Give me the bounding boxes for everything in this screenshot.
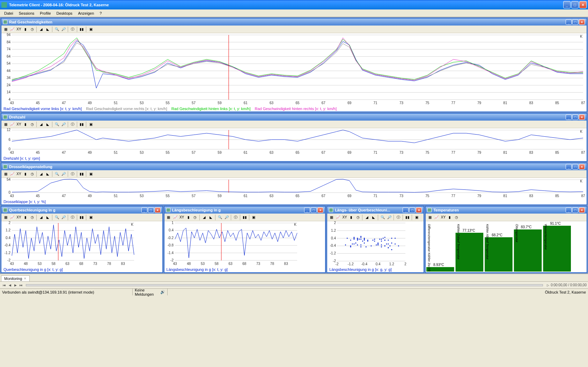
panel-close-button[interactable]: × [579,164,585,170]
clock-icon[interactable]: ◷ [29,121,35,128]
tool2-icon[interactable]: ◣ [370,214,377,221]
panel-scatter-header[interactable]: Längs- über Querbeschleuni... _□× [327,207,424,214]
play-first-button[interactable]: ⏮ [1,282,7,288]
menu-profile[interactable]: Profile [37,10,53,16]
panel-minimize-button[interactable]: _ [403,207,409,213]
window-minimize-button[interactable]: _ [563,1,571,8]
export-icon[interactable]: ▣ [413,214,420,221]
line-icon[interactable]: 📈 [433,214,440,221]
playback-slider[interactable] [26,284,543,286]
panel-maximize-button[interactable]: □ [148,207,154,213]
grid-icon[interactable]: ▦ [2,26,9,33]
cursor-icon[interactable]: Ⓘ [69,121,76,128]
zoom-in-icon[interactable]: 🔍 [380,214,386,221]
tool2-icon[interactable]: ◣ [45,171,51,177]
xy-icon[interactable]: XY [16,121,22,128]
bar-icon[interactable]: ▮ [22,171,29,177]
bar-icon[interactable]: ▮ [447,214,453,221]
clock-icon[interactable]: ◷ [192,214,198,221]
bar-icon[interactable]: ▮ [185,214,192,221]
cursor-icon[interactable]: Ⓘ [395,214,402,221]
clock-icon[interactable]: ◷ [29,214,35,221]
panel-throttle-chart[interactable]: 0544345474951535557596163656769717375777… [1,178,587,199]
menu-anzeigen[interactable]: Anzeigen [75,10,97,16]
panel-temp-chart[interactable]: Differenztemperatur Kühler Zu-/Ab8.93°CK… [426,221,587,272]
bar-icon[interactable]: ▮ [22,121,29,128]
clock-icon[interactable]: ◷ [29,171,35,177]
line-icon[interactable]: 📈 [9,171,15,177]
zoom-in-icon[interactable]: 🔍 [54,171,60,177]
panel-lat-chart[interactable]: -2-1.2-0.40.41.22434853586368737883K [1,221,162,267]
zoom-out-icon[interactable]: 🔎 [60,121,67,128]
menu-sessions[interactable]: Sessions [16,10,37,16]
panel-minimize-button[interactable]: _ [566,207,572,213]
play-next-button[interactable]: ▶ [13,282,18,288]
tool1-icon[interactable]: ◢ [364,214,370,221]
speaker-icon[interactable]: 🔊 [160,290,165,294]
panel-speed-chart[interactable]: 4142434445464748494434547495153555759616… [1,33,587,106]
panel-scatter-chart[interactable]: -2-1.2-0.40.41.22-2-1.2-0.40.41.22 [327,221,424,267]
tool2-icon[interactable]: ◣ [45,121,51,128]
panel-rpm-chart[interactable]: 0612434547495153555759616365676971737577… [1,128,587,156]
panel-close-button[interactable]: × [579,19,585,25]
xy-icon[interactable]: XY [16,214,22,221]
bar-icon[interactable]: ▮ [22,26,29,33]
stats-icon[interactable]: ▮▮ [79,26,85,33]
stats-icon[interactable]: ▮▮ [242,214,248,221]
tool1-icon[interactable]: ◢ [38,214,44,221]
panel-rpm-header[interactable]: Drehzahl _ □ × [1,114,587,121]
line-icon[interactable]: 📈 [172,214,178,221]
stats-icon[interactable]: ▮▮ [79,171,85,177]
grid-icon[interactable]: ▦ [2,171,9,177]
panel-maximize-button[interactable]: □ [572,164,578,170]
menu-?[interactable]: ? [97,10,104,16]
zoom-in-icon[interactable]: 🔍 [217,214,223,221]
zoom-in-icon[interactable]: 🔍 [54,121,60,128]
panel-lon-header[interactable]: Längsbeschleunigung in g _□× [164,207,325,214]
menu-desktops[interactable]: Desktops [54,10,75,16]
grid-icon[interactable]: ▦ [166,214,172,221]
xy-icon[interactable]: XY [16,26,22,33]
panel-close-button[interactable]: × [579,114,585,120]
zoom-out-icon[interactable]: 🔎 [223,214,230,221]
clock-icon[interactable]: ◷ [453,214,460,221]
export-icon[interactable]: ▣ [88,26,94,33]
grid-icon[interactable]: ▦ [2,121,9,128]
clock-icon[interactable]: ◷ [29,26,35,33]
stats-icon[interactable]: ▮▮ [404,214,411,221]
cursor-icon[interactable]: Ⓘ [69,26,76,33]
line-icon[interactable]: 📈 [335,214,341,221]
window-maximize-button[interactable]: □ [571,1,579,8]
xy-icon[interactable]: XY [16,171,22,177]
panel-temp-header[interactable]: Temperaturen _□× [426,207,587,214]
panel-close-button[interactable]: × [579,207,585,213]
panel-minimize-button[interactable]: _ [566,114,572,120]
cursor-icon[interactable]: Ⓘ [69,171,76,177]
panel-lon-chart[interactable]: -2-1.4-0.8-0.20.41434853586368737883K [164,221,325,267]
xy-icon[interactable]: XY [440,214,446,221]
panel-minimize-button[interactable]: _ [566,164,572,170]
bar-icon[interactable]: ▮ [22,214,29,221]
panel-maximize-button[interactable]: □ [572,207,578,213]
panel-minimize-button[interactable]: _ [566,19,572,25]
tool2-icon[interactable]: ◣ [45,26,51,33]
tool2-icon[interactable]: ◣ [208,214,214,221]
line-icon[interactable]: 📈 [9,26,15,33]
play-last-button[interactable]: ⏭ [18,282,24,288]
stats-icon[interactable]: ▮▮ [79,121,85,128]
export-icon[interactable]: ▣ [88,171,94,177]
zoom-out-icon[interactable]: 🔎 [60,214,67,221]
window-close-button[interactable]: × [579,1,587,8]
clock-icon[interactable]: ◷ [355,214,361,221]
grid-icon[interactable]: ▦ [427,214,433,221]
play-marker-button[interactable]: ▷ [545,282,551,288]
stats-icon[interactable]: ▮▮ [79,214,85,221]
zoom-out-icon[interactable]: 🔎 [60,171,67,177]
panel-minimize-button[interactable]: _ [141,207,147,213]
tool1-icon[interactable]: ◢ [38,171,44,177]
tool1-icon[interactable]: ◢ [38,121,44,128]
grid-icon[interactable]: ▦ [2,214,9,221]
panel-close-button[interactable]: × [416,207,422,213]
panel-minimize-button[interactable]: _ [304,207,310,213]
panel-maximize-button[interactable]: □ [572,19,578,25]
